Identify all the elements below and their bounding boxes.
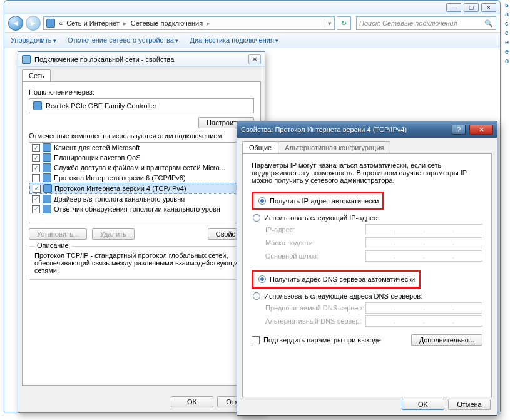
tab-panel: Подключение через: Realtek PCIe GBE Fami…	[22, 81, 261, 386]
component-label: Планировщик пакетов QoS	[54, 154, 141, 161]
components-list[interactable]: Клиент для сетей MicrosoftПланировщик па…	[29, 142, 254, 223]
tab-strip: Сеть	[18, 67, 265, 81]
confirm-on-exit-label: Подтвердить параметры при выходе	[263, 336, 381, 344]
list-item[interactable]: Клиент для сетей Microsoft	[29, 143, 253, 153]
checkbox[interactable]	[32, 164, 40, 172]
subnet-mask-field: ...	[365, 237, 482, 248]
search-icon: 🔍	[484, 19, 493, 28]
disable-device-button[interactable]: Отключение сетевого устройства	[68, 36, 178, 44]
component-icon	[43, 184, 52, 193]
ipv4-properties-dialog: Свойства: Протокол Интернета версии 4 (T…	[237, 121, 497, 416]
organize-menu[interactable]: Упорядочить	[11, 36, 56, 44]
dns-alt-field: ...	[365, 315, 482, 327]
confirm-on-exit-checkbox[interactable]	[252, 336, 260, 344]
list-item[interactable]: Протокол Интернета версии 4 (TCP/IPv4)	[29, 183, 253, 194]
dialog-titlebar: Свойства: Протокол Интернета версии 4 (T…	[237, 121, 497, 138]
ip-address-label: IP-адрес:	[265, 226, 365, 233]
dns-pref-label: Предпочитаемый DNS-сервер:	[265, 304, 365, 312]
close-button[interactable]: ✕	[248, 54, 261, 64]
close-button[interactable]: ✕	[469, 125, 493, 135]
tab-panel: Параметры IP могут назначаться автоматич…	[242, 153, 492, 397]
checkbox[interactable]	[32, 195, 40, 203]
forward-button[interactable]: ►	[26, 16, 41, 31]
checkbox[interactable]	[32, 174, 40, 182]
diagnose-button[interactable]: Диагностика подключения	[190, 36, 278, 44]
tab-network[interactable]: Сеть	[22, 69, 51, 81]
component-icon	[43, 205, 51, 213]
minimize-button[interactable]: —	[446, 3, 461, 12]
gateway-label: Основной шлюз:	[265, 252, 365, 260]
dns-alt-label: Альтернативный DNS-сервер:	[265, 317, 365, 325]
breadcrumb-segment[interactable]: Сеть и Интернет	[66, 19, 120, 27]
tab-general[interactable]: Общие	[242, 141, 278, 153]
refresh-button[interactable]: ↻	[337, 16, 351, 30]
radio-ip-auto[interactable]: Получить IP-адрес автоматически	[258, 197, 379, 205]
chevron-down-icon[interactable]: ▾	[325, 19, 332, 28]
highlight-ip-auto: Получить IP-адрес автоматически	[252, 192, 384, 210]
radio-dns-auto[interactable]: Получить адрес DNS-сервера автоматически	[258, 275, 415, 283]
chevron-right-icon[interactable]: ▸	[207, 19, 210, 28]
address-bar[interactable]: « Сеть и Интернет ▸ Сетевые подключения …	[43, 16, 335, 30]
search-input[interactable]: Поиск: Сетевые подключения 🔍	[356, 16, 496, 30]
nav-row: ◄ ► « Сеть и Интернет ▸ Сетевые подключе…	[4, 14, 500, 32]
connect-via-label: Подключение через:	[29, 88, 254, 96]
install-button[interactable]: Установить...	[29, 228, 87, 240]
list-item[interactable]: Планировщик пакетов QoS	[29, 153, 253, 163]
component-label: Клиент для сетей Microsoft	[54, 144, 140, 151]
component-icon	[43, 143, 51, 152]
lan-properties-dialog: Подключение по локальной сети - свойства…	[18, 51, 265, 413]
remove-button[interactable]: Удалить	[92, 228, 135, 240]
radio-ip-manual[interactable]: Использовать следующий IP-адрес:	[253, 214, 482, 222]
radio-label: Использовать следующие адреса DNS-сервер…	[264, 292, 422, 300]
component-icon	[43, 173, 51, 182]
checkbox[interactable]	[33, 185, 41, 193]
checkbox[interactable]	[32, 205, 40, 213]
component-icon	[43, 163, 51, 172]
radio-label: Использовать следующий IP-адрес:	[264, 214, 379, 222]
description-text: Протокол TCP/IP - стандартный протокол г…	[34, 252, 248, 274]
components-label: Отмеченные компоненты используются этим …	[29, 132, 254, 140]
checkbox[interactable]	[32, 144, 40, 152]
dialog-title: Свойства: Протокол Интернета версии 4 (T…	[241, 126, 448, 133]
network-icon	[46, 19, 55, 28]
intro-text: Параметры IP могут назначаться автоматич…	[252, 161, 482, 184]
description-label: Описание	[34, 242, 71, 249]
component-label: Служба доступа к файлам и принтерам сете…	[54, 164, 225, 172]
dns-pref-field: ...	[365, 302, 482, 314]
list-item[interactable]: Служба доступа к файлам и принтерам сете…	[29, 163, 253, 173]
tab-alt-config[interactable]: Альтернативная конфигурация	[278, 141, 390, 153]
dialog-title: Подключение по локальной сети - свойства	[34, 56, 245, 63]
cancel-button[interactable]: Отмена	[448, 399, 491, 410]
list-item[interactable]: Драйвер в/в тополога канального уровня	[29, 194, 253, 204]
component-icon	[43, 195, 51, 203]
tab-strip: Общие Альтернативная конфигурация	[237, 138, 497, 153]
ok-button[interactable]: OK	[402, 399, 444, 410]
list-item[interactable]: Ответчик обнаружения топологии канальног…	[29, 204, 253, 214]
component-label: Протокол Интернета версии 6 (TCP/IPv6)	[54, 174, 186, 182]
advanced-button[interactable]: Дополнительно...	[411, 334, 482, 346]
ok-button[interactable]: OK	[171, 396, 213, 407]
component-label: Ответчик обнаружения топологии канальног…	[54, 205, 220, 213]
maximize-button[interactable]: ▢	[464, 3, 479, 12]
component-icon	[43, 153, 51, 162]
breadcrumb-segment[interactable]: Сетевые подключения	[131, 19, 203, 27]
background-text-fragment: ь а c c е е о	[505, 0, 509, 66]
list-item[interactable]: Протокол Интернета версии 6 (TCP/IPv6)	[29, 173, 253, 183]
radio-label: Получить IP-адрес автоматически	[270, 197, 379, 205]
back-button[interactable]: ◄	[8, 16, 23, 31]
chevron-right-icon[interactable]: ▸	[123, 19, 127, 28]
gateway-field: ...	[365, 250, 482, 262]
component-label: Протокол Интернета версии 4 (TCP/IPv4)	[54, 185, 186, 192]
help-button[interactable]: ?	[452, 125, 466, 135]
subnet-mask-label: Маска подсети:	[265, 239, 365, 247]
ip-address-field: ...	[365, 224, 482, 235]
description-group: Описание Протокол TCP/IP - стандартный п…	[29, 246, 254, 280]
radio-label: Получить адрес DNS-сервера автоматически	[270, 275, 415, 283]
checkbox[interactable]	[32, 154, 40, 162]
highlight-dns-auto: Получить адрес DNS-сервера автоматически	[252, 270, 421, 289]
command-bar: Упорядочить Отключение сетевого устройст…	[4, 32, 500, 48]
explorer-titlebar: — ▢ ✕	[4, 1, 500, 14]
network-adapter-icon	[22, 55, 31, 64]
close-button[interactable]: ✕	[481, 3, 496, 12]
radio-dns-manual[interactable]: Использовать следующие адреса DNS-сервер…	[253, 292, 482, 300]
